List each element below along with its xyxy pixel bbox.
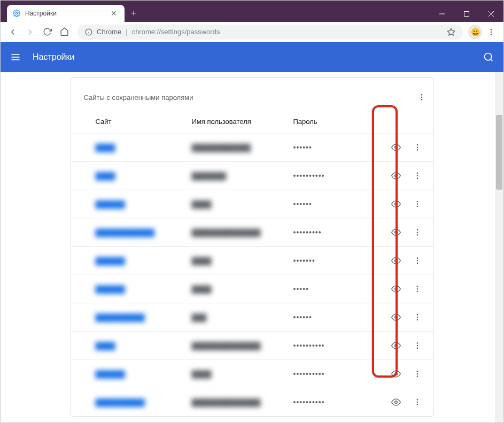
show-password-button[interactable] [386, 393, 406, 412]
profile-button[interactable]: 😀 [468, 25, 482, 39]
svg-point-18 [421, 97, 422, 98]
menu-icon[interactable] [10, 52, 21, 62]
svg-point-42 [416, 288, 418, 290]
svg-point-26 [416, 175, 418, 177]
back-button[interactable] [5, 24, 21, 40]
password-value: •••••••••• [293, 341, 363, 350]
svg-point-57 [416, 399, 418, 401]
site-info-icon[interactable] [85, 28, 92, 36]
show-password-button[interactable] [386, 194, 406, 214]
svg-point-41 [416, 286, 418, 287]
svg-point-35 [416, 234, 418, 236]
site-link[interactable]: ████ [96, 172, 192, 180]
show-password-button[interactable] [386, 251, 406, 270]
passwords-list: ████████████████••••••███████████•••••••… [71, 133, 433, 416]
search-icon[interactable] [483, 52, 494, 62]
home-button[interactable] [56, 24, 72, 40]
svg-point-28 [394, 203, 397, 206]
show-password-button[interactable] [386, 308, 406, 327]
row-actions [386, 166, 427, 185]
scrollbar-thumb[interactable] [496, 115, 502, 190]
row-actions [386, 393, 427, 412]
saved-passwords-card: Сайты с сохраненными паролями Сайт Имя п… [71, 77, 434, 417]
svg-point-27 [416, 177, 418, 179]
site-link[interactable]: ██████ [96, 285, 192, 293]
password-value: ••••••• [293, 256, 363, 265]
row-menu-button[interactable] [408, 194, 427, 214]
site-link[interactable]: ████████████ [96, 229, 192, 237]
svg-point-10 [491, 31, 492, 33]
show-password-button[interactable] [386, 138, 406, 157]
forward-button[interactable] [22, 24, 38, 40]
row-menu-button[interactable] [408, 251, 427, 270]
bookmark-star-icon[interactable] [447, 28, 455, 36]
show-password-button[interactable] [386, 279, 406, 299]
svg-point-31 [416, 206, 418, 207]
row-menu-button[interactable] [408, 364, 427, 383]
show-password-button[interactable] [386, 166, 406, 185]
minimize-button[interactable] [430, 6, 454, 22]
row-actions [386, 364, 427, 383]
svg-point-19 [421, 99, 422, 100]
new-tab-button[interactable]: + [125, 5, 143, 22]
settings-header: Настройки [1, 42, 503, 72]
password-row: ██████████••••••• [71, 246, 433, 275]
row-actions [386, 223, 427, 242]
browser-tab[interactable]: Настройки ✕ [7, 5, 125, 22]
gear-icon [12, 9, 21, 18]
column-username: Имя пользователя [192, 118, 293, 126]
titlebar: Настройки ✕ + [1, 1, 503, 22]
username-value: ████ [192, 200, 293, 208]
show-password-button[interactable] [386, 223, 406, 242]
svg-point-51 [416, 347, 418, 349]
row-menu-button[interactable] [408, 336, 427, 355]
row-menu-button[interactable] [408, 393, 427, 412]
svg-point-21 [416, 144, 418, 146]
password-value: •••••• [293, 143, 363, 152]
password-row: ██████████████████•••••••••• [71, 331, 433, 359]
svg-point-46 [416, 317, 418, 318]
url-origin: Chrome [97, 28, 121, 36]
row-actions [386, 308, 427, 327]
site-link[interactable]: ██████ [96, 257, 192, 265]
svg-point-45 [416, 314, 418, 316]
reload-button[interactable] [39, 24, 55, 40]
site-link[interactable]: ████ [96, 342, 192, 350]
show-password-button[interactable] [386, 364, 406, 383]
tabstrip: Настройки ✕ + [1, 1, 430, 22]
svg-point-59 [416, 404, 418, 405]
password-row: ██████████•••••• [71, 190, 433, 218]
row-actions [386, 336, 427, 355]
row-actions [386, 138, 427, 157]
site-link[interactable]: ██████ [96, 200, 192, 208]
username-value: ██████████████ [192, 229, 293, 237]
site-link[interactable]: ██████ [96, 370, 192, 378]
svg-point-11 [491, 34, 492, 35]
show-password-button[interactable] [386, 336, 406, 355]
scrollbar[interactable] [495, 72, 503, 422]
address-bar[interactable]: Chrome | chrome://settings/passwords [77, 25, 463, 40]
site-link[interactable]: ██████████ [96, 314, 192, 322]
row-menu-button[interactable] [408, 223, 427, 242]
maximize-button[interactable] [454, 6, 479, 22]
svg-point-43 [416, 291, 418, 292]
close-button[interactable] [479, 6, 503, 22]
username-value: ████████████ [192, 144, 293, 152]
tab-title: Настройки [25, 10, 104, 17]
svg-point-34 [416, 232, 418, 233]
row-menu-button[interactable] [408, 308, 427, 327]
svg-point-52 [394, 373, 397, 375]
svg-point-20 [394, 146, 397, 149]
password-value: ••••••••• [293, 228, 363, 237]
svg-marker-8 [447, 28, 454, 35]
tab-close-button[interactable]: ✕ [108, 8, 119, 19]
site-link[interactable]: ██████████ [96, 398, 192, 406]
site-link[interactable]: ████ [96, 144, 192, 152]
row-menu-button[interactable] [408, 279, 427, 299]
row-menu-button[interactable] [408, 166, 427, 185]
row-menu-button[interactable] [408, 138, 427, 157]
page-title: Настройки [33, 52, 483, 62]
username-value: ███████ [192, 172, 293, 180]
card-menu-button[interactable] [412, 88, 431, 107]
chrome-menu-button[interactable] [483, 28, 499, 36]
